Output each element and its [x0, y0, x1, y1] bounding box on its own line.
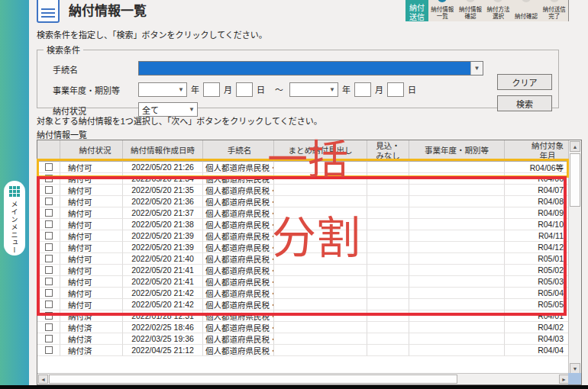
row-checkbox[interactable]	[45, 278, 53, 285]
to-day-input[interactable]	[387, 82, 404, 97]
scroll-left-icon[interactable]: ◄	[38, 375, 48, 384]
table-row[interactable]: 納付可 2022/05/20 21:36 個人都道府県民税・市区 R04/08	[37, 196, 581, 207]
header-matome[interactable]: まとめ納付見出し	[274, 140, 367, 162]
row-checkbox[interactable]	[45, 198, 53, 205]
cell-target: R05/02	[505, 265, 570, 276]
scroll-up-icon[interactable]: ▲	[570, 141, 580, 152]
row-checkbox[interactable]	[45, 209, 53, 217]
cell-status: 納付可	[60, 207, 123, 219]
table-row[interactable]: 納付済 2022/03/25 19:36 個人都道府県民税・市区 R04/03	[37, 333, 581, 345]
from-year-select[interactable]: ▼	[138, 82, 187, 97]
cell-created: 2022/05/20 21:39	[123, 242, 203, 253]
cell-procedure: 個人都道府県民税・市区	[203, 207, 274, 219]
vertical-scroll-thumb[interactable]	[570, 153, 580, 207]
cell-target: R04/06	[505, 173, 570, 185]
cell-target: R05/03	[505, 276, 570, 288]
scroll-down-icon[interactable]: ▼	[570, 363, 580, 374]
table-row[interactable]: 納付可 2022/05/20 21:42 個人都道府県民税・市区 R05/04	[37, 288, 581, 299]
table-row[interactable]: 納付可 2022/05/20 21:34 個人都道府県民税・市区 R04/06	[37, 173, 581, 185]
header-fiscal[interactable]: 事業年度・期別等	[409, 140, 505, 162]
cell-target: R04/11	[505, 230, 570, 242]
cell-mikomi	[367, 276, 409, 288]
table-row[interactable]: 納付可 2022/05/20 21:37 個人都道府県民税・市区 R04/09	[37, 207, 581, 219]
row-checkbox[interactable]	[45, 301, 53, 308]
cell-mikomi	[367, 207, 409, 219]
row-checkbox[interactable]	[45, 186, 53, 194]
cell-fiscal	[409, 207, 505, 219]
cell-target: R05/04	[505, 288, 570, 299]
table-row[interactable]: 納付可 2022/05/20 21:35 個人都道府県民税・市区 R04/07	[37, 185, 581, 196]
main-menu-button[interactable]: メインメニュー	[4, 181, 25, 256]
cell-fiscal	[409, 196, 505, 207]
row-checkbox[interactable]	[45, 220, 53, 228]
cell-fiscal	[409, 299, 505, 310]
row-checkbox[interactable]	[45, 266, 53, 274]
row-checkbox[interactable]	[45, 289, 53, 297]
row-checkbox[interactable]	[45, 346, 53, 354]
header-target[interactable]: 納付対象 年月	[505, 140, 570, 162]
table-row[interactable]: 納付可 2022/05/20 21:39 個人都道府県民税・市区 R04/11	[37, 230, 581, 242]
table-row[interactable]: 納付可 2022/05/20 21:39 個人都道府県民税・市区 R04/12	[37, 242, 581, 253]
from-month-input[interactable]	[203, 82, 220, 97]
from-day-input[interactable]	[236, 82, 253, 97]
cell-mikomi	[367, 196, 409, 207]
table-row[interactable]: 納付済 2022/01/28 12:31 個人都道府県民税・市区 R04/01	[37, 310, 581, 322]
cell-matome	[274, 322, 367, 333]
procedure-name-select[interactable]: ▼	[138, 61, 483, 76]
horizontal-scroll-thumb[interactable]	[49, 375, 457, 384]
chevron-down-icon: ▼	[329, 86, 338, 93]
search-button[interactable]: 検索	[497, 95, 552, 111]
cell-mikomi	[367, 322, 409, 333]
cell-status: 納付済	[60, 322, 123, 333]
row-checkbox[interactable]	[45, 175, 53, 182]
row-checkbox[interactable]	[45, 163, 53, 171]
table-row[interactable]: 納付可 2022/05/20 21:38 個人都道府県民税・市区 R04/10	[37, 219, 581, 230]
step-payment-info-list: 納付情報 一覧	[428, 0, 457, 21]
row-checkbox[interactable]	[45, 312, 53, 320]
table-row[interactable]: 納付可 2022/05/20 21:26 個人都道府県民税・市区 R04/06等	[37, 162, 581, 173]
cell-created: 2022/05/20 21:41	[123, 265, 203, 276]
from-month-unit: 月	[220, 83, 236, 95]
row-checkbox[interactable]	[45, 232, 53, 240]
cell-procedure: 個人都道府県民税・市区	[203, 322, 274, 333]
table-row[interactable]: 納付可 2022/05/20 21:42 個人都道府県民税・市区 R05/05	[37, 299, 581, 310]
table-row[interactable]: 納付済 2022/02/25 18:46 個人都道府県民税・市区 R04/02	[37, 322, 581, 333]
cell-created: 2022/05/20 21:36	[123, 196, 203, 207]
cell-created: 2022/05/20 21:37	[123, 207, 203, 219]
to-year-unit: 年	[338, 83, 354, 95]
row-checkbox[interactable]	[45, 335, 53, 342]
table-row[interactable]: 納付可 2022/05/20 21:40 個人都道府県民税・市区 R05/01	[37, 253, 581, 265]
fiscal-date-range: ▼ 年 月 日 ～ ▼ 年 月 日	[138, 82, 420, 97]
cell-target: R04/02	[505, 322, 570, 333]
horizontal-scrollbar[interactable]: ◄ ►	[37, 373, 570, 384]
cell-matome	[274, 333, 367, 345]
cell-mikomi	[367, 310, 409, 322]
cell-target: R04/12	[505, 242, 570, 253]
header-created[interactable]: 納付情報作成日時	[123, 140, 203, 162]
cell-fiscal	[409, 322, 505, 333]
cell-matome	[274, 196, 367, 207]
cell-fiscal	[409, 276, 505, 288]
table-row[interactable]: 納付済 2022/04/25 21:12 個人都道府県民税・市区 R04/04	[37, 345, 581, 356]
chevron-down-icon: ▼	[178, 86, 186, 93]
vertical-scrollbar[interactable]: ▲ ▼	[568, 140, 581, 375]
row-checkbox[interactable]	[45, 323, 53, 331]
row-checkbox[interactable]	[45, 255, 53, 262]
to-month-input[interactable]	[354, 82, 371, 97]
sidebar: メインメニュー	[0, 0, 29, 385]
step-5-circle	[550, 0, 559, 2]
cell-status: 納付可	[60, 276, 123, 288]
cell-procedure: 個人都道府県民税・市区	[203, 196, 274, 207]
table-row[interactable]: 納付可 2022/05/20 21:41 個人都道府県民税・市区 R05/02	[37, 265, 581, 276]
header-procedure[interactable]: 手続名	[203, 140, 274, 162]
header-mikomi[interactable]: 見込・ みなし	[367, 140, 409, 162]
cell-status: 納付済	[60, 333, 123, 345]
table-row[interactable]: 納付可 2022/05/20 21:41 個人都道府県民税・市区 R05/03	[37, 276, 581, 288]
to-year-select[interactable]: ▼	[289, 82, 338, 97]
row-checkbox[interactable]	[45, 243, 53, 251]
cell-target: R04/10	[505, 219, 570, 230]
clear-button[interactable]: クリア	[497, 74, 552, 90]
header-status[interactable]: 納付状況	[60, 140, 123, 162]
step-4-circle	[522, 0, 531, 2]
cell-fiscal	[409, 185, 505, 196]
